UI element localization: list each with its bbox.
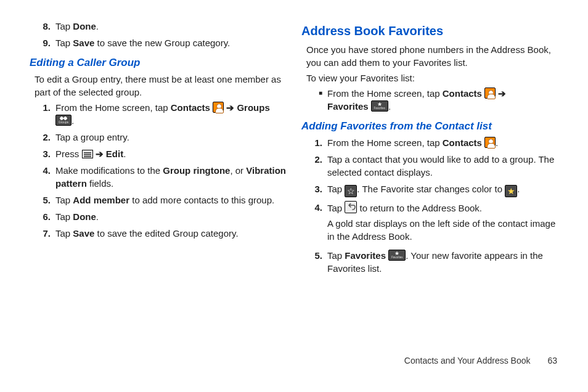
prev-steps-continued: 8. Tap Done. 9. Tap Save to save the new… — [30, 20, 287, 49]
step-1: 1. From the Home screen, tap Contacts . — [301, 136, 558, 149]
step-7: 7. Tap Save to save the edited Group cat… — [30, 227, 287, 240]
intro-text: To edit a Group entry, there must be at … — [35, 73, 287, 99]
step-number: 8. — [30, 20, 55, 33]
left-column: 8. Tap Done. 9. Tap Save to save the new… — [30, 20, 287, 350]
menu-icon — [82, 150, 93, 158]
step-4-note: A gold star displays on the left side of… — [327, 218, 555, 242]
adding-favorites-steps: 1. From the Home screen, tap Contacts . … — [301, 136, 558, 275]
page: 8. Tap Done. 9. Tap Save to save the new… — [0, 0, 588, 392]
heading-address-book-favorites: Address Book Favorites — [301, 22, 558, 39]
step-1: 1. From the Home screen, tap Contacts ➔ … — [30, 101, 287, 127]
step-body: From the Home screen, tap Contacts . — [327, 136, 558, 149]
step-number: 1. — [30, 101, 55, 127]
step-body: Press ➔ Edit. — [55, 147, 287, 160]
groups-icon — [55, 115, 71, 126]
step-number: 4. — [30, 164, 55, 190]
favorites-icon — [388, 250, 406, 261]
contacts-icon — [213, 102, 224, 113]
step-number: 4. — [301, 201, 327, 243]
step-number: 7. — [30, 227, 55, 240]
step-body: Tap Done. — [55, 210, 287, 223]
bullet-body: From the Home screen, tap Contacts ➔ Fav… — [327, 87, 506, 113]
step-body: Tap . The Favorite star changes color to… — [327, 182, 558, 197]
step-number: 5. — [30, 194, 55, 206]
intro-text-2: To view your Favorites list: — [306, 71, 558, 84]
step-body: Tap a contact that you would like to add… — [327, 153, 558, 179]
step-body: Tap Favorites . Your new favorite appear… — [327, 249, 558, 275]
step-number: 2. — [30, 131, 55, 144]
favorites-icon — [371, 100, 388, 112]
star-outline-icon — [345, 185, 357, 197]
step-number: 9. — [30, 36, 55, 49]
two-column-layout: 8. Tap Done. 9. Tap Save to save the new… — [30, 20, 558, 350]
step-body: Tap a group entry. — [55, 131, 287, 144]
step-body: Tap Add member to add more contacts to t… — [55, 194, 287, 206]
step-2: 2. Tap a contact that you would like to … — [301, 153, 558, 179]
step-9: 9. Tap Save to save the new Group catego… — [30, 36, 287, 49]
step-6: 6. Tap Done. — [30, 210, 287, 223]
intro-text-1: Once you have stored phone numbers in th… — [306, 43, 558, 69]
bullet-square: ■ — [301, 87, 327, 113]
page-number: 63 — [547, 356, 557, 365]
step-body: Tap to return to the Address Book. A gol… — [327, 201, 558, 243]
step-3: 3. Press ➔ Edit. — [30, 147, 287, 160]
step-5: 5. Tap Favorites . Your new favorite app… — [301, 249, 558, 275]
step-4: 4. Make modifications to the Group ringt… — [30, 164, 287, 190]
back-icon — [345, 201, 357, 213]
step-number: 1. — [301, 136, 327, 149]
star-filled-icon — [505, 185, 517, 197]
page-footer: Contacts and Your Address Book 63 — [30, 355, 558, 367]
subheading-adding-favorites: Adding Favorites from the Contact list — [301, 119, 558, 134]
step-body: Tap Save to save the edited Group catego… — [55, 227, 287, 240]
step-3: 3. Tap . The Favorite star changes color… — [301, 182, 558, 197]
step-number: 6. — [30, 210, 55, 223]
edit-group-steps: 1. From the Home screen, tap Contacts ➔ … — [30, 101, 287, 240]
right-column: Address Book Favorites Once you have sto… — [301, 20, 558, 350]
step-body: From the Home screen, tap Contacts ➔ Gro… — [55, 101, 287, 127]
step-5: 5. Tap Add member to add more contacts t… — [30, 194, 287, 206]
subheading-editing-caller-group: Editing a Caller Group — [30, 55, 287, 70]
step-body: Tap Save to save the new Group category. — [55, 36, 287, 49]
chapter-title: Contacts and Your Address Book — [404, 356, 531, 365]
step-body: Tap Done. — [55, 20, 287, 33]
bullet-item: ■ From the Home screen, tap Contacts ➔ F… — [301, 87, 558, 113]
step-number: 3. — [301, 182, 327, 197]
step-body: Make modifications to the Group ringtone… — [55, 164, 287, 190]
step-2: 2. Tap a group entry. — [30, 131, 287, 144]
step-number: 5. — [301, 249, 327, 275]
contacts-icon — [484, 88, 496, 99]
step-number: 3. — [30, 147, 55, 160]
step-8: 8. Tap Done. — [30, 20, 287, 33]
step-4: 4. Tap to return to the Address Book. A … — [301, 201, 558, 243]
step-number: 2. — [301, 153, 327, 179]
contacts-icon — [484, 137, 496, 148]
